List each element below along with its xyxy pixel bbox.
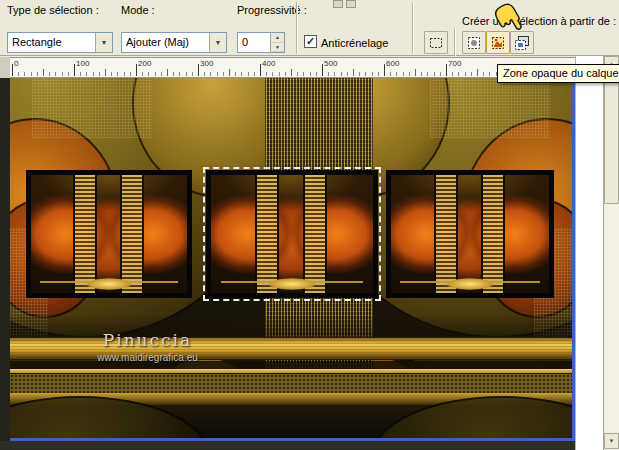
chevron-down-icon[interactable]: ▼ xyxy=(209,33,226,52)
ruler-number: 0 xyxy=(14,59,18,68)
canvas[interactable]: Pinuccia www.maidiregrafica.eu xyxy=(10,78,575,441)
mode-label: Mode : xyxy=(121,4,155,16)
selection-from-mask-button[interactable] xyxy=(462,31,486,54)
ruler-number: 300 xyxy=(200,59,213,68)
selection-type-label: Type de sélection : xyxy=(7,4,99,16)
art-frame-pillar xyxy=(303,175,327,293)
ruler-number: 500 xyxy=(324,59,337,68)
workspace-right-strip xyxy=(575,56,603,450)
toolbar-separator xyxy=(296,2,298,54)
selection-marquee-button[interactable] xyxy=(424,31,448,54)
ruler-corner xyxy=(0,57,10,78)
docked-mini-icon xyxy=(346,0,356,8)
vertical-scrollbar[interactable]: ▲ ▼ xyxy=(603,56,619,450)
art-frame-glow xyxy=(268,278,317,290)
ruler-number: 200 xyxy=(138,59,151,68)
antialias-label[interactable]: Anticrénelage xyxy=(321,37,388,49)
selection-type-dropdown[interactable]: Rectangle ▼ xyxy=(7,32,113,53)
selection-from-mask-icon xyxy=(466,35,482,51)
art-frame-pillar xyxy=(255,175,279,293)
art-frame-glow xyxy=(446,278,493,290)
antialias-checkbox[interactable]: ✓ xyxy=(304,35,317,48)
art-frame-pillar xyxy=(120,175,144,293)
art-hatch-texture xyxy=(32,78,152,138)
ruler-major-ticks xyxy=(12,64,575,76)
art-frame-pillar xyxy=(434,175,458,293)
psp-window: { "toolbar": { "selection_type": { "labe… xyxy=(0,0,619,450)
docked-mini-icon xyxy=(333,0,343,8)
ruler-number: 100 xyxy=(76,59,89,68)
watermark-url: www.maidiregrafica.eu xyxy=(60,352,235,363)
art-frame-center-selection[interactable] xyxy=(206,170,378,298)
art-frame-pillar xyxy=(481,175,505,293)
spinner-down-icon[interactable]: ▼ xyxy=(271,43,284,53)
progressivity-value: 0 xyxy=(242,36,248,48)
art-frame-pillar xyxy=(73,175,97,293)
mode-dropdown[interactable]: Ajouter (Maj) ▼ xyxy=(121,32,227,53)
horizontal-ruler[interactable]: 0 100 200 300 400 500 600 700 xyxy=(10,57,575,78)
checkbox-check-icon: ✓ xyxy=(306,36,315,47)
tooltip: Zone opaque du calque xyxy=(497,64,619,83)
ruler-number: 400 xyxy=(262,59,275,68)
workspace-left-strip xyxy=(0,78,10,450)
spinner-up-icon[interactable]: ▲ xyxy=(271,33,284,43)
art-frame-glow xyxy=(86,278,133,290)
art-hatch-texture xyxy=(430,78,550,138)
ruler-number: 700 xyxy=(448,59,461,68)
watermark-title: Pinuccia xyxy=(60,330,235,350)
scroll-down-button[interactable]: ▼ xyxy=(604,433,619,449)
mode-value: Ajouter (Maj) xyxy=(126,36,189,48)
hand-cursor-icon xyxy=(492,0,524,38)
create-selection-label: Créer une sélection à partir de : xyxy=(462,15,616,27)
toolbar-separator xyxy=(454,28,456,56)
art-frame-left xyxy=(26,170,192,298)
art-frame-right xyxy=(386,170,554,298)
workspace-bottom-strip xyxy=(0,441,575,450)
toolbar-separator xyxy=(412,2,414,54)
progressivity-input[interactable]: 0 ▲ ▼ xyxy=(237,32,285,53)
scroll-down-icon: ▼ xyxy=(609,438,615,444)
ruler-number: 600 xyxy=(386,59,399,68)
selection-type-value: Rectangle xyxy=(12,36,62,48)
scrollbar-thumb[interactable] xyxy=(604,74,619,204)
selection-marquee-icon xyxy=(428,35,444,51)
art-dotted-band xyxy=(10,373,572,393)
watermark: Pinuccia www.maidiregrafica.eu xyxy=(60,330,235,363)
chevron-down-icon[interactable]: ▼ xyxy=(95,33,112,52)
